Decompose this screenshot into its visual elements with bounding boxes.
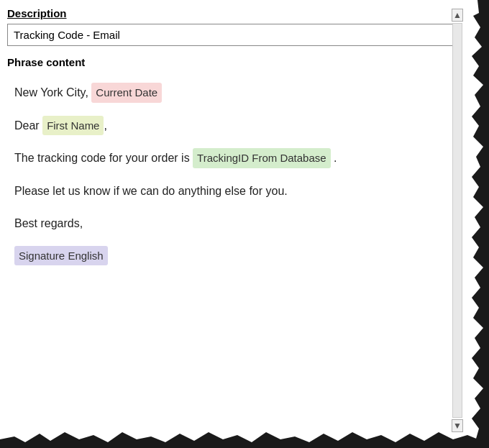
tag-first-name: First Name bbox=[42, 116, 104, 136]
paragraph-1: New York City, Current Date bbox=[14, 83, 434, 103]
scrollbar: ▲ ▼ bbox=[452, 7, 463, 434]
content-area: Description Phrase content New York City… bbox=[7, 7, 456, 434]
text-tracking-intro: The tracking code for your order is bbox=[14, 152, 193, 164]
phrase-content-label: Phrase content bbox=[7, 56, 456, 68]
text-comma: , bbox=[104, 119, 106, 132]
text-dear: Dear bbox=[14, 119, 42, 132]
description-input[interactable] bbox=[7, 24, 456, 46]
tag-tracking-id: TrackingID From Database bbox=[193, 148, 331, 168]
text-best-regards: Best regards, bbox=[14, 217, 83, 229]
description-label: Description bbox=[7, 7, 456, 19]
tag-current-date: Current Date bbox=[91, 83, 162, 103]
phrase-editor: New York City, Current Date Dear First N… bbox=[7, 76, 456, 273]
text-newyork: New York City, bbox=[14, 86, 91, 99]
paragraph-3: The tracking code for your order is Trac… bbox=[14, 148, 434, 168]
scroll-down-button[interactable]: ▼ bbox=[452, 419, 463, 432]
tag-signature-english: Signature English bbox=[14, 246, 108, 266]
paragraph-6: Signature English bbox=[14, 246, 434, 266]
scroll-track[interactable] bbox=[452, 23, 462, 418]
phrase-editor-inner: New York City, Current Date Dear First N… bbox=[7, 76, 456, 273]
paragraph-2: Dear First Name, bbox=[14, 116, 434, 136]
text-period: . bbox=[331, 152, 337, 164]
text-please: Please let us know if we can do anything… bbox=[14, 185, 288, 197]
paragraph-4: Please let us know if we can do anything… bbox=[14, 181, 434, 201]
main-container: Description Phrase content New York City… bbox=[0, 0, 489, 448]
paragraph-5: Best regards, bbox=[14, 214, 434, 233]
scroll-up-button[interactable]: ▲ bbox=[452, 9, 463, 22]
